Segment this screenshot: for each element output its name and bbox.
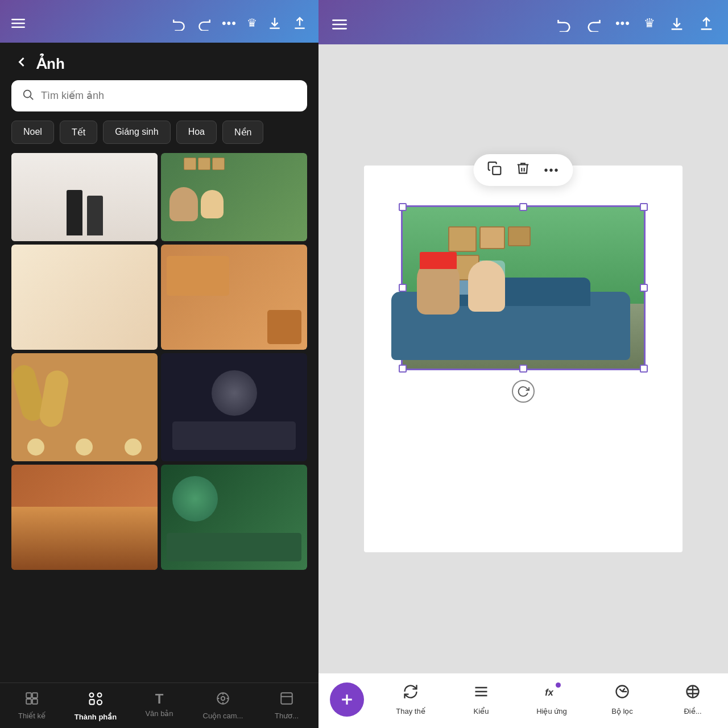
nav-thiet-ke[interactable]: Thiết kế — [0, 689, 64, 723]
photo-item[interactable] — [11, 153, 158, 241]
handle-tm[interactable] — [519, 203, 527, 211]
nav-thuong[interactable]: Thươ... — [255, 689, 318, 723]
search-input[interactable] — [41, 90, 297, 102]
photo-item[interactable] — [161, 245, 307, 350]
right-download-icon[interactable] — [669, 16, 685, 35]
canvas-card: ••• — [364, 166, 682, 552]
photo-grid — [0, 153, 318, 682]
thuong-icon — [279, 691, 294, 709]
menu-icon[interactable] — [11, 16, 25, 34]
copy-button[interactable] — [487, 161, 502, 179]
more-options-button[interactable]: ••• — [544, 164, 559, 177]
selected-image-frame[interactable] — [401, 205, 646, 370]
svg-rect-21 — [332, 24, 347, 26]
svg-rect-8 — [32, 699, 38, 704]
kieu-label: Kiểu — [474, 707, 489, 715]
right-menu-icon[interactable] — [332, 17, 347, 34]
photo-item[interactable] — [161, 465, 307, 570]
handle-ml[interactable] — [399, 284, 407, 292]
undo-icon[interactable] — [172, 16, 187, 34]
handle-br[interactable] — [640, 365, 648, 373]
handle-tl[interactable] — [399, 203, 407, 211]
nav-thanh-phan[interactable]: Thành phần — [64, 689, 127, 723]
dieu-icon — [685, 684, 701, 704]
thuong-label: Thươ... — [275, 712, 299, 720]
handle-tr[interactable] — [640, 203, 648, 211]
redo-icon[interactable] — [197, 16, 212, 34]
photo-item[interactable] — [11, 353, 158, 461]
tag-hoa[interactable]: Hoa — [176, 121, 217, 144]
tag-tet[interactable]: Tết — [60, 121, 97, 144]
tool-dieu[interactable]: Điề... — [657, 684, 728, 715]
search-icon — [22, 88, 34, 104]
left-toolbar: ••• ♛ — [0, 0, 318, 43]
nav-cuon-cam[interactable]: Cuộn cam... — [191, 689, 255, 723]
photo-item[interactable] — [11, 245, 158, 350]
back-section: Ảnh — [0, 43, 318, 80]
right-redo-icon[interactable] — [586, 16, 602, 35]
hieu-ung-label: Hiệu ứng — [536, 707, 567, 715]
right-panel: ••• ♛ ••• — [318, 0, 728, 728]
thay-the-label: Thay thế — [396, 707, 425, 715]
left-nav-icons: ••• ♛ — [172, 16, 307, 34]
crown-icon[interactable]: ♛ — [247, 16, 257, 34]
right-toolbar: ••• ♛ — [318, 0, 728, 44]
tool-kieu[interactable]: Kiểu — [446, 684, 516, 715]
tool-hieu-ung[interactable]: fx Hiệu ứng — [516, 684, 587, 715]
cuon-cam-label: Cuộn cam... — [203, 712, 243, 720]
download-icon[interactable] — [267, 16, 282, 34]
search-bar — [11, 80, 307, 111]
car-scene-bg — [403, 207, 644, 369]
section-title: Ảnh — [36, 55, 65, 73]
photo-item[interactable] — [11, 465, 158, 570]
svg-text:fx: fx — [545, 687, 553, 697]
tag-noel[interactable]: Noel — [11, 121, 54, 144]
svg-rect-19 — [281, 693, 292, 704]
svg-rect-6 — [32, 693, 38, 698]
right-more-icon[interactable]: ••• — [615, 16, 630, 35]
tool-bo-loc[interactable]: Bộ lọc — [587, 684, 657, 715]
rotate-handle[interactable] — [512, 380, 535, 403]
svg-rect-5 — [26, 693, 31, 698]
svg-rect-2 — [11, 26, 25, 28]
hieu-ung-dot — [556, 682, 561, 688]
left-panel: ••• ♛ Ảnh Noel Tết Giáng sinh Hoa Nền — [0, 0, 318, 728]
delete-button[interactable] — [515, 161, 530, 179]
van-ban-icon: T — [155, 691, 164, 707]
handle-bl[interactable] — [399, 365, 407, 373]
fab-add-button[interactable] — [330, 682, 364, 717]
van-ban-label: Văn bản — [145, 709, 173, 718]
svg-line-4 — [30, 97, 33, 100]
floating-toolbar: ••• — [473, 154, 573, 186]
right-crown-icon[interactable]: ♛ — [644, 16, 655, 35]
svg-rect-11 — [90, 700, 94, 704]
svg-point-10 — [98, 693, 102, 697]
back-button[interactable] — [14, 54, 30, 73]
photo-item[interactable] — [161, 153, 307, 241]
bo-loc-icon — [614, 684, 630, 704]
share-icon[interactable] — [292, 16, 307, 34]
tag-giang-sinh[interactable]: Giáng sinh — [103, 121, 171, 144]
right-share-icon[interactable] — [698, 16, 714, 35]
svg-point-12 — [97, 700, 102, 705]
bottom-nav: Thiết kế Thành phần T Văn bản Cuộn cam..… — [0, 682, 318, 728]
right-bottom-toolbar: Thay thế Kiểu fx Hiệu ứng Bộ lọc — [318, 673, 728, 728]
thay-the-icon — [403, 684, 419, 704]
bo-loc-label: Bộ lọc — [611, 707, 633, 715]
svg-rect-23 — [493, 167, 500, 175]
right-undo-icon[interactable] — [556, 16, 572, 35]
more-icon[interactable]: ••• — [222, 16, 237, 34]
tag-nen[interactable]: Nền — [222, 121, 263, 144]
nav-van-ban[interactable]: T Văn bản — [127, 689, 191, 723]
tool-thay-the[interactable]: Thay thế — [375, 684, 446, 715]
handle-bm[interactable] — [519, 365, 527, 373]
photo-item[interactable] — [161, 353, 307, 461]
svg-rect-20 — [332, 19, 347, 21]
handle-mr[interactable] — [640, 284, 648, 292]
thiet-ke-label: Thiết kế — [18, 712, 46, 720]
svg-rect-7 — [26, 699, 31, 704]
svg-rect-22 — [332, 28, 347, 30]
kieu-icon — [473, 684, 489, 704]
right-nav-icons: ••• ♛ — [556, 16, 714, 35]
canvas-area: ••• — [318, 44, 728, 673]
